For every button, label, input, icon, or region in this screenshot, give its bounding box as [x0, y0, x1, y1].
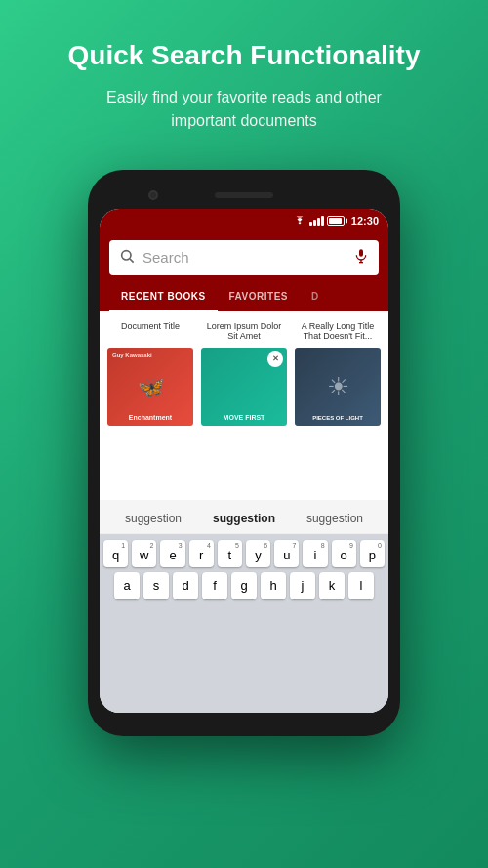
key-o[interactable]: 9o: [332, 540, 356, 567]
key-j[interactable]: j: [290, 572, 315, 599]
app-bar: Search: [100, 232, 388, 283]
key-h[interactable]: h: [261, 572, 286, 599]
book-cover: ✕ MOVE FIRST: [201, 348, 287, 426]
signal-bars-icon: [309, 216, 324, 226]
suggestion-item[interactable]: suggestion: [125, 512, 182, 525]
phone-frame: 12:30 Search: [88, 170, 400, 736]
phone-speaker: [215, 192, 273, 198]
page-subtitle: Easily find your favorite reads and othe…: [78, 86, 410, 133]
key-t[interactable]: 5t: [218, 540, 242, 567]
tab-favorites[interactable]: FAVORITES: [218, 283, 300, 311]
book-title: Document Title: [121, 321, 180, 343]
key-w[interactable]: 2w: [132, 540, 156, 567]
key-e[interactable]: 3e: [160, 540, 184, 567]
key-d[interactable]: d: [173, 572, 198, 599]
key-u[interactable]: 7u: [274, 540, 299, 567]
key-l[interactable]: l: [348, 572, 374, 599]
new-badge: ✕: [267, 351, 283, 367]
wifi-icon: [293, 216, 306, 226]
status-time: 12:30: [351, 215, 379, 227]
tab-recent-books[interactable]: RECENT BOOKS: [109, 283, 218, 311]
key-s[interactable]: s: [143, 572, 169, 599]
keyboard-row-1: 1q 2w 3e 4r 5t 6y 7u 8i 9o 0p: [103, 540, 385, 567]
key-i[interactable]: 8i: [303, 540, 327, 567]
key-q[interactable]: 1q: [103, 540, 128, 567]
key-p[interactable]: 0p: [360, 540, 385, 567]
phone-screen: 12:30 Search: [100, 209, 388, 713]
key-r[interactable]: 4r: [189, 540, 214, 567]
search-box[interactable]: Search: [109, 240, 379, 275]
books-content: Document Title Guy Kawasaki 🦋 Enchantmen…: [100, 311, 388, 500]
phone-camera: [148, 190, 158, 200]
book-item[interactable]: Lorem Ipsum Dolor Sit Amet ✕ MOVE FIRST: [201, 321, 287, 426]
page-title: Quick Search Functionality: [68, 39, 421, 72]
svg-point-0: [122, 250, 131, 259]
keyboard: 1q 2w 3e 4r 5t 6y 7u 8i 9o 0p a s d f g: [100, 534, 388, 713]
mic-icon[interactable]: [353, 248, 369, 268]
book-cover: Guy Kawasaki 🦋 Enchantment: [107, 348, 193, 426]
suggestions-row: suggestion suggestion suggestion: [100, 500, 388, 534]
key-f[interactable]: f: [202, 572, 227, 599]
book-item[interactable]: A Really Long Title That Doesn't Fit... …: [295, 321, 381, 426]
book-cover: ☀ PIECES OF LIGHT: [295, 348, 381, 426]
search-icon: [119, 248, 135, 268]
book-item[interactable]: Document Title Guy Kawasaki 🦋 Enchantmen…: [107, 321, 193, 426]
header-section: Quick Search Functionality Easily find y…: [39, 0, 450, 152]
book-title: Lorem Ipsum Dolor Sit Amet: [201, 321, 287, 343]
phone-top-bar: [100, 182, 388, 209]
keyboard-row-2: a s d f g h j k l: [103, 572, 385, 599]
key-g[interactable]: g: [231, 572, 257, 599]
battery-icon: [327, 216, 345, 226]
key-k[interactable]: k: [319, 572, 345, 599]
suggestion-item[interactable]: suggestion: [306, 512, 363, 525]
status-bar: 12:30: [100, 209, 388, 232]
search-placeholder[interactable]: Search: [142, 249, 346, 266]
status-icons: 12:30: [293, 215, 379, 227]
phone-mockup: 12:30 Search: [88, 170, 400, 736]
suggestion-item-bold[interactable]: suggestion: [213, 512, 275, 525]
key-a[interactable]: a: [114, 572, 140, 599]
svg-line-1: [130, 259, 134, 263]
books-grid: Document Title Guy Kawasaki 🦋 Enchantmen…: [107, 321, 381, 426]
tab-partial[interactable]: D: [300, 283, 331, 311]
svg-rect-2: [359, 249, 363, 256]
tabs-bar: RECENT BOOKS FAVORITES D: [100, 283, 388, 311]
book-title: A Really Long Title That Doesn't Fit...: [295, 321, 381, 343]
key-y[interactable]: 6y: [246, 540, 270, 567]
